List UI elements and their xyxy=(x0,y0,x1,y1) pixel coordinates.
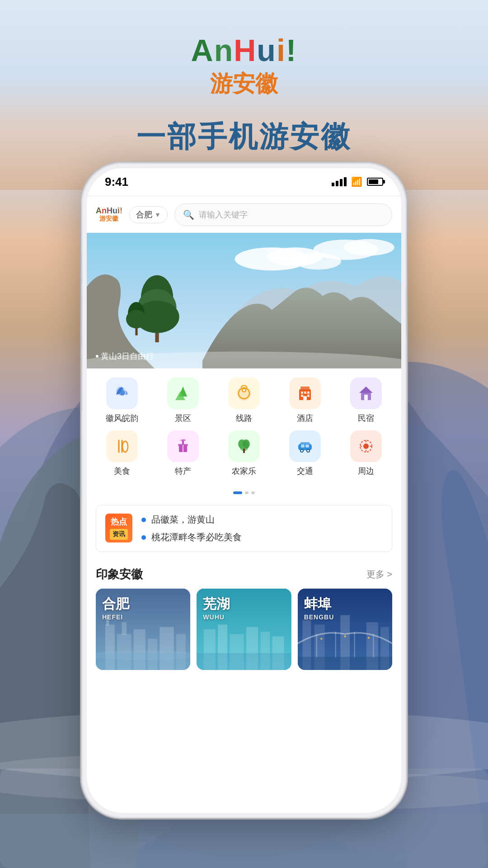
city-card-bengbu[interactable]: 蚌埠 BENGBU xyxy=(298,589,392,670)
city-cards: 合肥 HEFEI xyxy=(96,589,392,679)
category-homestay[interactable]: 民宿 xyxy=(336,377,397,424)
hefei-content: 合肥 HEFEI xyxy=(96,589,190,670)
dot-active xyxy=(233,491,242,494)
dot-1 xyxy=(245,491,249,494)
category-label-farmhouse: 农家乐 xyxy=(232,466,256,476)
news-item-2[interactable]: 桃花潭畔冬季必吃美食 xyxy=(141,531,383,543)
status-icons: 📶 xyxy=(332,176,383,187)
category-label-routes: 线路 xyxy=(236,413,252,424)
svg-rect-41 xyxy=(364,395,368,400)
category-label-food: 美食 xyxy=(114,466,130,476)
news-bullet-2 xyxy=(141,535,146,540)
phone-screen: 9:41 📶 xyxy=(87,168,401,813)
wuhu-cn: 芜湖 xyxy=(203,595,285,613)
top-section: AnHui! 游安徽 一部手机游安徽 xyxy=(0,0,488,190)
category-label-specialty: 特产 xyxy=(175,466,191,476)
wuhu-en: WUHU xyxy=(203,613,285,621)
hefei-cn: 合肥 xyxy=(102,595,184,613)
battery-icon xyxy=(367,178,383,186)
category-label-homestay: 民宿 xyxy=(358,413,374,424)
more-button[interactable]: 更多 > xyxy=(366,568,392,580)
news-text-1: 品徽菜，游黄山 xyxy=(151,514,215,526)
svg-point-61 xyxy=(307,450,309,452)
news-item-1[interactable]: 品徽菜，游黄山 xyxy=(141,514,383,526)
signal-icon xyxy=(332,177,347,186)
svg-point-60 xyxy=(301,450,303,452)
category-routes[interactable]: 线路 xyxy=(213,377,274,424)
bengbu-en: BENGBU xyxy=(304,613,386,621)
dot-2 xyxy=(251,491,255,494)
category-label-transport: 交通 xyxy=(297,466,313,476)
svg-rect-53 xyxy=(243,448,245,453)
svg-marker-39 xyxy=(359,387,373,393)
news-text-2: 桃花潭畔冬季必吃美食 xyxy=(151,531,242,543)
svg-rect-38 xyxy=(303,396,307,400)
svg-point-62 xyxy=(363,443,369,449)
category-food[interactable]: 美食 xyxy=(91,430,152,476)
wuhu-content: 芜湖 WUHU xyxy=(197,589,291,670)
svg-rect-37 xyxy=(307,395,310,397)
category-specialty[interactable]: 特产 xyxy=(152,430,213,476)
svg-point-14 xyxy=(343,239,394,256)
dropdown-arrow-icon: ▼ xyxy=(155,211,161,218)
volume-up-button xyxy=(81,294,82,348)
category-label-nearby: 周边 xyxy=(358,466,374,476)
app-header: AnHui! 游安徽 合肥 ▼ 🔍 请输入关键字 xyxy=(87,197,401,233)
category-grid: 徽风皖韵 景区 xyxy=(87,368,401,488)
mute-button xyxy=(81,253,82,285)
badge-sub: 资讯 xyxy=(110,529,128,540)
bengbu-content: 蚌埠 BENGBU xyxy=(298,589,392,670)
category-transport[interactable]: 交通 xyxy=(275,430,336,476)
hot-news-section[interactable]: 热点 资讯 品徽菜，游黄山 桃花潭畔冬季必吃美食 xyxy=(96,505,392,552)
category-label-hotel: 酒店 xyxy=(297,413,313,424)
wifi-icon: 📶 xyxy=(351,176,362,187)
category-label-scenic: 景区 xyxy=(175,413,191,424)
search-bar[interactable]: 🔍 请输入关键字 xyxy=(174,203,392,226)
news-bullet-1 xyxy=(141,518,146,522)
category-scenic[interactable]: 景区 xyxy=(152,377,213,424)
city-card-hefei[interactable]: 合肥 HEFEI xyxy=(96,589,190,670)
phone-mockup: 9:41 📶 xyxy=(81,163,407,818)
category-row-2: 美食 特产 xyxy=(91,430,397,476)
status-bar: 9:41 📶 xyxy=(87,168,401,195)
svg-point-21 xyxy=(126,310,146,328)
location-text: 合肥 xyxy=(136,209,152,220)
svg-rect-56 xyxy=(301,444,305,448)
pagination-dots xyxy=(87,488,401,498)
category-huifeng[interactable]: 徽风皖韵 xyxy=(91,377,152,424)
news-list: 品徽菜，游黄山 桃花潭畔冬季必吃美食 xyxy=(141,514,383,543)
category-label-huifeng: 徽风皖韵 xyxy=(106,413,138,424)
svg-rect-34 xyxy=(304,392,306,394)
svg-point-52 xyxy=(243,439,250,448)
banner[interactable]: 黄山3日自由行 xyxy=(87,233,401,368)
category-nearby[interactable]: 周边 xyxy=(336,430,397,476)
svg-point-24 xyxy=(120,390,125,396)
section-header: 印象安徽 更多 > xyxy=(96,559,392,589)
location-dot xyxy=(96,355,99,358)
category-hotel[interactable]: 酒店 xyxy=(275,377,336,424)
city-card-wuhu[interactable]: 芜湖 WUHU xyxy=(197,589,291,670)
svg-point-30 xyxy=(243,389,245,392)
location-selector[interactable]: 合肥 ▼ xyxy=(129,206,168,223)
impression-section: 印象安徽 更多 > xyxy=(87,559,401,679)
category-row-1: 徽风皖韵 景区 xyxy=(91,377,397,424)
logo-cn-small: 游安徽 xyxy=(99,215,118,223)
hot-badge: 热点 资讯 xyxy=(105,514,132,542)
logo-area: AnHui! 游安徽 xyxy=(191,33,297,99)
bengbu-cn: 蚌埠 xyxy=(304,595,386,613)
svg-rect-35 xyxy=(307,392,310,394)
section-title: 印象安徽 xyxy=(96,566,143,582)
svg-rect-32 xyxy=(300,387,310,390)
logo-en-small: AnHui! xyxy=(96,207,122,215)
svg-rect-36 xyxy=(301,395,303,397)
banner-label: 黄山3日自由行 xyxy=(96,351,154,362)
app-tagline: 一部手机游安徽 xyxy=(136,117,352,156)
power-button xyxy=(406,289,407,335)
svg-rect-57 xyxy=(305,444,309,448)
svg-rect-5 xyxy=(0,814,488,868)
volume-down-button xyxy=(81,357,82,411)
status-time: 9:41 xyxy=(105,175,128,189)
search-icon: 🔍 xyxy=(183,209,194,220)
category-farmhouse[interactable]: 农家乐 xyxy=(213,430,274,476)
phone-outer: 9:41 📶 xyxy=(81,163,407,818)
